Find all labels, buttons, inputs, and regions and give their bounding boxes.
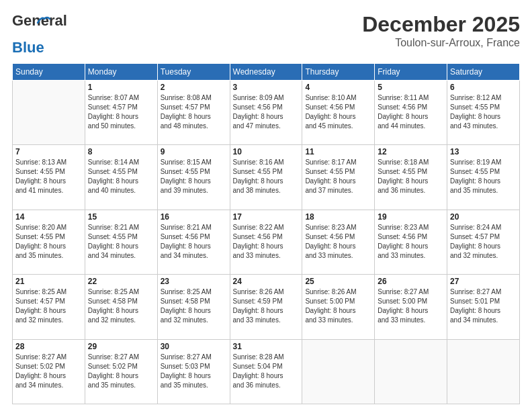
day-info: Sunrise: 8:25 AM Sunset: 4:57 PM Dayligh… (15, 287, 82, 325)
table-row: 7Sunrise: 8:13 AM Sunset: 4:55 PM Daylig… (13, 145, 85, 210)
table-row: 15Sunrise: 8:21 AM Sunset: 4:55 PM Dayli… (85, 210, 157, 274)
table-row: 18Sunrise: 8:23 AM Sunset: 4:56 PM Dayli… (302, 210, 375, 274)
day-info: Sunrise: 8:26 AM Sunset: 4:59 PM Dayligh… (233, 287, 300, 325)
day-info: Sunrise: 8:23 AM Sunset: 4:56 PM Dayligh… (378, 223, 444, 261)
day-info: Sunrise: 8:27 AM Sunset: 5:02 PM Dayligh… (88, 353, 154, 390)
day-info: Sunrise: 8:28 AM Sunset: 5:04 PM Dayligh… (233, 353, 300, 390)
table-row: 14Sunrise: 8:20 AM Sunset: 4:55 PM Dayli… (13, 210, 85, 274)
day-number: 20 (450, 212, 517, 222)
day-number: 24 (233, 277, 300, 286)
day-info: Sunrise: 8:10 AM Sunset: 4:56 PM Dayligh… (305, 93, 371, 131)
table-row: 28Sunrise: 8:27 AM Sunset: 5:02 PM Dayli… (13, 339, 85, 404)
title-block: December 2025 Toulon-sur-Arroux, France (362, 12, 520, 49)
col-monday: Monday (85, 64, 157, 81)
day-info: Sunrise: 8:27 AM Sunset: 5:00 PM Dayligh… (378, 287, 444, 325)
day-info: Sunrise: 8:09 AM Sunset: 4:56 PM Dayligh… (233, 93, 300, 131)
day-number: 2 (161, 83, 227, 92)
table-row: 12Sunrise: 8:18 AM Sunset: 4:55 PM Dayli… (375, 145, 447, 210)
day-number: 7 (15, 147, 82, 156)
day-number: 10 (233, 147, 300, 156)
day-info: Sunrise: 8:19 AM Sunset: 4:55 PM Dayligh… (450, 158, 517, 195)
table-row: 19Sunrise: 8:23 AM Sunset: 4:56 PM Dayli… (375, 210, 447, 274)
day-number: 19 (378, 212, 444, 222)
day-info: Sunrise: 8:14 AM Sunset: 4:55 PM Dayligh… (88, 158, 154, 195)
table-row: 5Sunrise: 8:11 AM Sunset: 4:56 PM Daylig… (375, 81, 447, 145)
table-row: 9Sunrise: 8:15 AM Sunset: 4:55 PM Daylig… (157, 145, 230, 210)
col-sunday: Sunday (13, 64, 85, 81)
day-number: 27 (450, 277, 517, 286)
table-row: 25Sunrise: 8:26 AM Sunset: 5:00 PM Dayli… (302, 275, 375, 339)
calendar-week-row: 1Sunrise: 8:07 AM Sunset: 4:57 PM Daylig… (13, 81, 520, 145)
month-title: December 2025 (362, 12, 520, 37)
table-row: 10Sunrise: 8:16 AM Sunset: 4:55 PM Dayli… (230, 145, 302, 210)
col-thursday: Thursday (302, 64, 375, 81)
day-info: Sunrise: 8:27 AM Sunset: 5:01 PM Dayligh… (450, 287, 517, 325)
day-number: 28 (15, 342, 82, 351)
day-number: 12 (378, 147, 444, 156)
table-row: 24Sunrise: 8:26 AM Sunset: 4:59 PM Dayli… (230, 275, 302, 339)
day-info: Sunrise: 8:17 AM Sunset: 4:55 PM Dayligh… (305, 158, 371, 195)
day-number: 16 (161, 212, 227, 222)
table-row: 2Sunrise: 8:08 AM Sunset: 4:57 PM Daylig… (157, 81, 230, 145)
table-row (447, 339, 520, 404)
day-info: Sunrise: 8:13 AM Sunset: 4:55 PM Dayligh… (15, 158, 82, 195)
day-number: 8 (88, 147, 154, 156)
day-info: Sunrise: 8:22 AM Sunset: 4:56 PM Dayligh… (233, 223, 300, 261)
page: General Blue December 2025 Toulon-sur-Ar… (0, 0, 532, 411)
col-wednesday: Wednesday (230, 64, 302, 81)
calendar-week-row: 21Sunrise: 8:25 AM Sunset: 4:57 PM Dayli… (13, 275, 520, 339)
table-row: 6Sunrise: 8:12 AM Sunset: 4:55 PM Daylig… (447, 81, 520, 145)
table-row: 11Sunrise: 8:17 AM Sunset: 4:55 PM Dayli… (302, 145, 375, 210)
day-number: 18 (305, 212, 371, 222)
table-row: 1Sunrise: 8:07 AM Sunset: 4:57 PM Daylig… (85, 81, 157, 145)
col-saturday: Saturday (447, 64, 520, 81)
table-row: 26Sunrise: 8:27 AM Sunset: 5:00 PM Dayli… (375, 275, 447, 339)
table-row: 29Sunrise: 8:27 AM Sunset: 5:02 PM Dayli… (85, 339, 157, 404)
table-row: 27Sunrise: 8:27 AM Sunset: 5:01 PM Dayli… (447, 275, 520, 339)
calendar-week-row: 7Sunrise: 8:13 AM Sunset: 4:55 PM Daylig… (13, 145, 520, 210)
day-info: Sunrise: 8:20 AM Sunset: 4:55 PM Dayligh… (15, 223, 82, 261)
day-info: Sunrise: 8:16 AM Sunset: 4:55 PM Dayligh… (233, 158, 300, 195)
logo: General Blue (12, 12, 44, 56)
day-info: Sunrise: 8:21 AM Sunset: 4:56 PM Dayligh… (161, 223, 227, 261)
calendar-week-row: 14Sunrise: 8:20 AM Sunset: 4:55 PM Dayli… (13, 210, 520, 274)
table-row: 20Sunrise: 8:24 AM Sunset: 4:57 PM Dayli… (447, 210, 520, 274)
day-number: 26 (378, 277, 444, 286)
table-row: 21Sunrise: 8:25 AM Sunset: 4:57 PM Dayli… (13, 275, 85, 339)
day-number: 21 (15, 277, 82, 286)
day-info: Sunrise: 8:08 AM Sunset: 4:57 PM Dayligh… (161, 93, 227, 131)
day-info: Sunrise: 8:26 AM Sunset: 5:00 PM Dayligh… (305, 287, 371, 325)
day-number: 9 (161, 147, 227, 156)
header: General Blue December 2025 Toulon-sur-Ar… (12, 12, 520, 56)
table-row (375, 339, 447, 404)
day-number: 3 (233, 83, 300, 92)
table-row: 30Sunrise: 8:27 AM Sunset: 5:03 PM Dayli… (157, 339, 230, 404)
day-info: Sunrise: 8:11 AM Sunset: 4:56 PM Dayligh… (378, 93, 444, 131)
table-row (13, 81, 85, 145)
calendar-header-row: Sunday Monday Tuesday Wednesday Thursday… (13, 64, 520, 81)
calendar-table: Sunday Monday Tuesday Wednesday Thursday… (12, 63, 520, 404)
day-info: Sunrise: 8:07 AM Sunset: 4:57 PM Dayligh… (88, 93, 154, 131)
day-info: Sunrise: 8:25 AM Sunset: 4:58 PM Dayligh… (161, 287, 227, 325)
day-info: Sunrise: 8:27 AM Sunset: 5:02 PM Dayligh… (15, 353, 82, 390)
day-info: Sunrise: 8:24 AM Sunset: 4:57 PM Dayligh… (450, 223, 517, 261)
table-row (302, 339, 375, 404)
col-friday: Friday (375, 64, 447, 81)
day-info: Sunrise: 8:12 AM Sunset: 4:55 PM Dayligh… (450, 93, 517, 131)
day-number: 31 (233, 342, 300, 351)
calendar-week-row: 28Sunrise: 8:27 AM Sunset: 5:02 PM Dayli… (13, 339, 520, 404)
logo-bird-icon (36, 13, 51, 26)
table-row: 23Sunrise: 8:25 AM Sunset: 4:58 PM Dayli… (157, 275, 230, 339)
day-info: Sunrise: 8:25 AM Sunset: 4:58 PM Dayligh… (88, 287, 154, 325)
day-info: Sunrise: 8:15 AM Sunset: 4:55 PM Dayligh… (161, 158, 227, 195)
day-number: 25 (305, 277, 371, 286)
day-number: 30 (161, 342, 227, 351)
table-row: 4Sunrise: 8:10 AM Sunset: 4:56 PM Daylig… (302, 81, 375, 145)
day-number: 4 (305, 83, 371, 92)
day-number: 17 (233, 212, 300, 222)
day-info: Sunrise: 8:21 AM Sunset: 4:55 PM Dayligh… (88, 223, 154, 261)
day-number: 22 (88, 277, 154, 286)
table-row: 16Sunrise: 8:21 AM Sunset: 4:56 PM Dayli… (157, 210, 230, 274)
day-number: 13 (450, 147, 517, 156)
table-row: 8Sunrise: 8:14 AM Sunset: 4:55 PM Daylig… (85, 145, 157, 210)
